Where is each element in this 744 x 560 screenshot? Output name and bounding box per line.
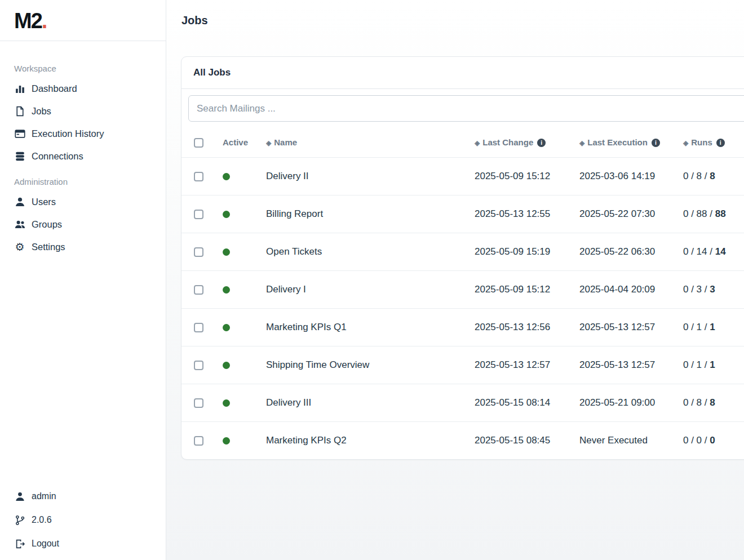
app-logo[interactable]: M2. xyxy=(0,0,166,41)
column-header-active: Active xyxy=(214,127,266,157)
runs-total: 3 xyxy=(710,284,715,295)
card-header: All Jobs xyxy=(181,57,744,89)
sidebar-item-jobs[interactable]: Jobs xyxy=(0,100,166,123)
runs-cell: 0 / 1 / 1 xyxy=(683,308,744,346)
info-icon[interactable] xyxy=(652,139,660,147)
job-name: Delivery II xyxy=(266,171,309,181)
runs-cell: 0 / 1 / 1 xyxy=(683,346,744,384)
runs-total: 8 xyxy=(710,171,715,181)
name-cell: Open Tickets xyxy=(266,233,475,270)
last-change-cell: 2025-05-09 15:12 xyxy=(475,157,579,195)
last-change-cell: 2025-05-09 15:12 xyxy=(475,270,579,308)
active-indicator xyxy=(223,173,230,180)
last-change-cell: 2025-05-13 12:57 xyxy=(475,346,579,384)
last-change-cell: 2025-05-13 12:56 xyxy=(475,308,579,346)
runs-value: 0 / 0 / xyxy=(683,435,710,446)
runs-cell: 0 / 8 / 8 xyxy=(683,157,744,195)
runs-value: 0 / 1 / xyxy=(683,322,710,332)
sidebar-item-execution-history[interactable]: Execution History xyxy=(0,123,166,145)
users-icon xyxy=(14,219,25,230)
content-area: All Jobs Active xyxy=(166,41,744,560)
job-name: Marketing KPIs Q1 xyxy=(266,322,347,332)
column-header-last-execution[interactable]: Last Execution xyxy=(579,127,683,157)
row-select-cell xyxy=(181,233,214,270)
sidebar-item-connections[interactable]: Connections xyxy=(0,145,166,168)
table-row[interactable]: Delivery II 2025-05-09 15:12 2025-03-06 … xyxy=(181,157,744,195)
last-execution-cell: 2025-05-22 06:30 xyxy=(579,233,683,270)
table-header-row: Active Name Last Change Last Execution R xyxy=(181,127,744,157)
name-cell: Billing Report xyxy=(266,195,475,233)
table-row[interactable]: Open Tickets 2025-05-09 15:19 2025-05-22… xyxy=(181,233,744,270)
table-row[interactable]: Delivery I 2025-05-09 15:12 2025-04-04 2… xyxy=(181,270,744,308)
sidebar-item-settings[interactable]: ⚙ Settings xyxy=(0,236,166,259)
column-header-name[interactable]: Name xyxy=(266,127,475,157)
row-checkbox[interactable] xyxy=(194,172,203,181)
search-input[interactable] xyxy=(188,95,744,122)
current-user[interactable]: admin xyxy=(0,485,166,508)
active-indicator xyxy=(223,324,230,331)
jobs-card: All Jobs Active xyxy=(181,56,744,460)
active-cell xyxy=(214,421,266,459)
row-checkbox[interactable] xyxy=(194,247,203,257)
last-execution-cell: 2025-05-21 09:00 xyxy=(579,384,683,421)
last-execution-cell: 2025-04-04 20:09 xyxy=(579,270,683,308)
row-checkbox[interactable] xyxy=(194,210,203,219)
card-icon xyxy=(14,128,25,140)
job-name: Marketing KPIs Q2 xyxy=(266,435,347,446)
row-checkbox[interactable] xyxy=(194,285,203,295)
column-header-last-change[interactable]: Last Change xyxy=(475,127,579,157)
sort-icon xyxy=(266,139,271,147)
job-name: Shipping Time Overview xyxy=(266,359,369,370)
last-change-cell: 2025-05-13 12:55 xyxy=(475,195,579,233)
search-bar xyxy=(181,89,744,127)
file-icon xyxy=(14,106,25,117)
sidebar-item-users[interactable]: Users xyxy=(0,191,166,214)
select-all-checkbox[interactable] xyxy=(194,138,203,148)
sort-icon xyxy=(579,139,584,147)
row-select-cell xyxy=(181,308,214,346)
active-indicator xyxy=(223,362,230,369)
info-icon[interactable] xyxy=(537,139,546,147)
page-title: Jobs xyxy=(181,14,208,27)
runs-cell: 0 / 3 / 3 xyxy=(683,270,744,308)
runs-value: 0 / 14 / xyxy=(683,246,715,257)
sidebar-item-label: Connections xyxy=(32,151,83,162)
row-checkbox[interactable] xyxy=(194,323,203,332)
active-cell xyxy=(214,384,266,421)
table-row[interactable]: Marketing KPIs Q2 2025-05-15 08:45 Never… xyxy=(181,421,744,459)
runs-cell: 0 / 8 / 8 xyxy=(683,384,744,421)
row-select-cell xyxy=(181,421,214,459)
column-label-active: Active xyxy=(223,137,248,147)
last-change-cell: 2025-05-15 08:45 xyxy=(475,421,579,459)
runs-cell: 0 / 88 / 88 xyxy=(683,195,744,233)
row-checkbox[interactable] xyxy=(194,361,203,370)
active-cell xyxy=(214,270,266,308)
active-cell xyxy=(214,308,266,346)
active-indicator xyxy=(223,437,230,445)
active-indicator xyxy=(223,211,230,218)
last-execution-cell: 2025-05-13 12:57 xyxy=(579,308,683,346)
info-icon[interactable] xyxy=(716,139,725,147)
sidebar-item-dashboard[interactable]: Dashboard xyxy=(0,78,166,100)
row-checkbox[interactable] xyxy=(194,436,203,446)
column-header-runs[interactable]: Runs xyxy=(683,127,744,157)
job-name: Delivery I xyxy=(266,284,306,295)
runs-total: 1 xyxy=(710,359,715,370)
table-row[interactable]: Shipping Time Overview 2025-05-13 12:57 … xyxy=(181,346,744,384)
app-version[interactable]: 2.0.6 xyxy=(0,508,166,532)
last-execution-cell: 2025-05-13 12:57 xyxy=(579,346,683,384)
runs-total: 14 xyxy=(715,246,726,257)
table-row[interactable]: Delivery III 2025-05-15 08:14 2025-05-21… xyxy=(181,384,744,421)
runs-cell: 0 / 14 / 14 xyxy=(683,233,744,270)
row-checkbox[interactable] xyxy=(194,398,203,408)
logout-button[interactable]: Logout xyxy=(0,532,166,555)
sidebar-item-groups[interactable]: Groups xyxy=(0,214,166,236)
table-row[interactable]: Marketing KPIs Q1 2025-05-13 12:56 2025-… xyxy=(181,308,744,346)
runs-total: 1 xyxy=(710,322,715,332)
sort-icon xyxy=(475,139,480,147)
table-row[interactable]: Billing Report 2025-05-13 12:55 2025-05-… xyxy=(181,195,744,233)
row-select-cell xyxy=(181,195,214,233)
version-label: 2.0.6 xyxy=(32,515,52,525)
user-icon xyxy=(14,491,25,502)
job-name: Delivery III xyxy=(266,397,311,408)
